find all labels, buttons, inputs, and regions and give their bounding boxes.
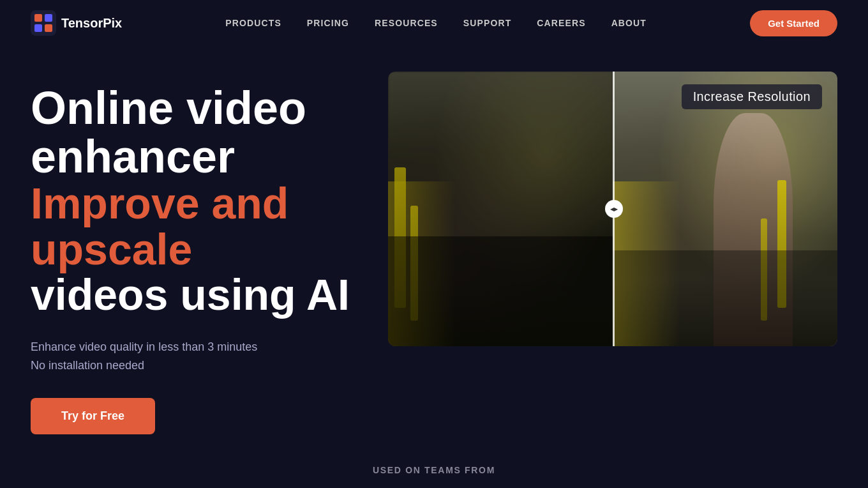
get-started-button[interactable]: Get Started (750, 10, 837, 36)
hero-title-line1: Online video (31, 84, 363, 133)
floor-shadow-left (388, 236, 613, 346)
nav-item-about[interactable]: ABOUT (611, 18, 647, 28)
brand-name: TensorPix (61, 16, 122, 31)
comparison-divider[interactable] (613, 72, 615, 346)
svg-rect-1 (34, 14, 42, 22)
navbar: TensorPix PRODUCTS PRICING RESOURCES SUP… (0, 0, 868, 46)
nav-item-pricing[interactable]: PRICING (307, 18, 349, 28)
logo[interactable]: TensorPix (31, 10, 122, 36)
used-on-teams-banner: USED ON TEAMS FROM (0, 434, 868, 488)
logo-icon (31, 10, 56, 36)
divider-handle[interactable] (605, 200, 623, 218)
svg-rect-2 (45, 14, 52, 22)
hero-title-line3: Improve and upscale (31, 181, 363, 272)
try-for-free-button[interactable]: Try for Free (31, 398, 155, 434)
hero-text: Online video enhancer Improve and upscal… (31, 72, 363, 434)
nav-item-careers[interactable]: CAREERS (537, 18, 585, 28)
hero-subtitle: Enhance video quality in less than 3 min… (31, 338, 363, 375)
video-before (388, 72, 613, 346)
floor-shadow-right (613, 250, 837, 347)
nav-item-products[interactable]: PRODUCTS (225, 18, 281, 28)
video-label: Increase Resolution (682, 84, 822, 109)
video-after: Increase Resolution (613, 72, 837, 346)
svg-rect-3 (34, 24, 42, 32)
nav-item-support[interactable]: SUPPORT (463, 18, 512, 28)
svg-rect-4 (45, 24, 52, 32)
hero-title-line4: videos using AI (31, 272, 363, 317)
hero-subtitle-line2: No installation needed (31, 359, 144, 372)
hero-title-line2: enhancer (31, 133, 363, 181)
hero-section: Online video enhancer Improve and upscal… (0, 46, 868, 434)
hero-subtitle-line1: Enhance video quality in less than 3 min… (31, 340, 257, 353)
nav-item-resources[interactable]: RESOURCES (375, 18, 438, 28)
video-comparison: Increase Resolution (388, 72, 837, 346)
nav-links: PRODUCTS PRICING RESOURCES SUPPORT CAREE… (225, 17, 647, 29)
svg-rect-0 (31, 10, 56, 36)
